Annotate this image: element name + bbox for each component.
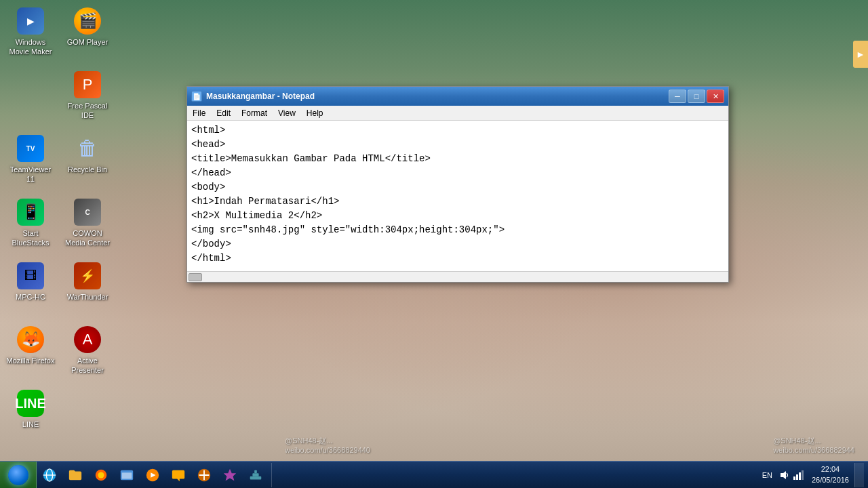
- line-label: LINE: [22, 420, 39, 429]
- scroll-thumb-h[interactable]: [189, 273, 202, 281]
- weibo-watermark-left: @SNH48-赵... weibo.com/u/3668829440: [285, 436, 370, 454]
- desktop-icon-mpchc[interactable]: 🎞 MPC-HC: [3, 258, 58, 319]
- ie-svg: [42, 468, 57, 483]
- notepad-window: 📄 Masukkangambar - Notepad ─ □ ✕ File Ed…: [186, 86, 729, 283]
- notepad-content: <html> <head> <title>Memasukkan Gambar P…: [187, 121, 728, 271]
- menu-help[interactable]: Help: [301, 107, 329, 119]
- taskbar-folder-icon[interactable]: [63, 463, 87, 487]
- explorer-svg: [119, 468, 134, 483]
- recycle-label: Recycle Bin: [68, 165, 107, 174]
- svg-rect-13: [254, 470, 257, 473]
- desktop-icon-area: Windows Movie Maker 🎬 GOM Player P Free …: [3, 3, 115, 447]
- desktop-icon-gom[interactable]: 🎬 GOM Player: [60, 3, 115, 64]
- pascal-label: Free Pascal IDE: [63, 101, 112, 121]
- desktop-icon-teamviewer[interactable]: TV TeamViewer 11: [3, 131, 58, 192]
- mpchc-icon: 🎞: [17, 262, 44, 289]
- firefox-tb-svg: [94, 468, 108, 483]
- desktop-icon-pascal[interactable]: P Free Pascal IDE: [60, 67, 115, 128]
- desktop-icon-warthunder[interactable]: ⚡ WarThunder: [60, 258, 115, 319]
- taskbar: EN 22:04 26/05/2016: [0, 461, 868, 488]
- notepad-scrollbar-h[interactable]: [187, 271, 728, 282]
- taskbar-tray: EN: [755, 470, 806, 481]
- taskbar-pinned-icons: [37, 463, 272, 487]
- svg-marker-14: [781, 471, 786, 479]
- svg-rect-16: [796, 474, 798, 480]
- star-svg: [222, 468, 237, 483]
- lang-indicator: EN: [758, 471, 776, 479]
- mpchc-label: MPC-HC: [16, 292, 45, 302]
- taskbar-explorer-icon[interactable]: [115, 463, 139, 487]
- taskbar-chat-icon[interactable]: [166, 463, 191, 487]
- cowon-icon: C: [74, 199, 101, 226]
- svg-rect-6: [122, 472, 132, 479]
- desktop-icon-line[interactable]: LINE LINE: [3, 386, 58, 447]
- warthunder-label: WarThunder: [67, 292, 108, 302]
- menu-edit[interactable]: Edit: [211, 107, 236, 119]
- svg-rect-12: [252, 473, 258, 476]
- bluestacks-label: Start BlueStacks: [6, 228, 55, 248]
- chat-svg: [171, 468, 186, 483]
- show-desktop-button[interactable]: [854, 463, 864, 487]
- desktop-icon-bluestacks[interactable]: 📱 Start BlueStacks: [3, 195, 58, 256]
- svg-point-4: [98, 472, 104, 478]
- taskbar-firefox-icon[interactable]: [89, 463, 113, 487]
- svg-rect-11: [250, 476, 262, 479]
- edge-arrow[interactable]: ►: [853, 41, 868, 68]
- start-button[interactable]: [0, 462, 37, 489]
- warthunder-icon: ⚡: [74, 262, 101, 289]
- menu-file[interactable]: File: [187, 107, 211, 119]
- desktop-icon-cowon[interactable]: C COWON Media Center: [60, 195, 115, 256]
- taskbar-clock[interactable]: 22:04 26/05/2016: [806, 464, 854, 485]
- network-svg: [248, 468, 263, 483]
- line-icon: LINE: [17, 390, 44, 417]
- network-tray-icon: [793, 470, 804, 481]
- taskbar-right: EN 22:04 26/05/2016: [755, 462, 868, 489]
- desktop-icon-activepresenter[interactable]: A Active Presenter: [60, 322, 115, 383]
- taskbar-time: 22:04: [812, 464, 849, 474]
- desktop-icon-firefox[interactable]: 🦊 Mozilla Firefox: [3, 322, 58, 383]
- activepresenter-icon: A: [74, 326, 101, 353]
- desktop: Windows Movie Maker 🎬 GOM Player P Free …: [0, 0, 868, 488]
- notepad-textarea[interactable]: <html> <head> <title>Memasukkan Gambar P…: [187, 121, 728, 271]
- minimize-button[interactable]: ─: [669, 89, 686, 103]
- taskbar-network-icon[interactable]: [243, 463, 268, 487]
- moviemaker-icon: [17, 7, 44, 35]
- desktop-icon-recycle[interactable]: 🗑 Recycle Bin: [60, 131, 115, 192]
- recycle-icon: 🗑: [74, 135, 101, 162]
- taskbar-date: 26/05/2016: [812, 475, 849, 485]
- gom-label: GOM Player: [67, 37, 108, 47]
- pascal-icon: P: [74, 71, 101, 98]
- notepad-titlebar[interactable]: 📄 Masukkangambar - Notepad ─ □ ✕: [187, 87, 728, 106]
- teamviewer-icon: TV: [17, 135, 44, 162]
- svg-marker-10: [224, 468, 236, 480]
- media-svg: [145, 468, 160, 483]
- weibo-watermark-right: @SNH48-赵... weibo.com/u/366882944: [773, 436, 854, 454]
- moviemaker-label: Windows Movie Maker: [6, 37, 55, 57]
- volume-icon: [779, 470, 790, 481]
- desktop-icon-moviemaker[interactable]: Windows Movie Maker: [3, 3, 58, 64]
- taskbar-vpn-icon[interactable]: [192, 463, 216, 487]
- folder-svg: [68, 468, 83, 483]
- teamviewer-label: TeamViewer 11: [6, 165, 55, 184]
- cowon-label: COWON Media Center: [63, 228, 112, 248]
- taskbar-star-icon[interactable]: [218, 463, 242, 487]
- close-button[interactable]: ✕: [707, 89, 724, 103]
- svg-rect-15: [793, 476, 795, 480]
- menu-view[interactable]: View: [273, 107, 301, 119]
- svg-rect-18: [802, 470, 804, 480]
- window-controls: ─ □ ✕: [669, 89, 724, 103]
- svg-rect-17: [799, 472, 801, 480]
- notepad-title-icon: 📄: [191, 91, 202, 102]
- taskbar-media-icon[interactable]: [140, 463, 165, 487]
- windows-orb-icon: [8, 465, 28, 485]
- maximize-button[interactable]: □: [688, 89, 705, 103]
- firefox-label: Mozilla Firefox: [7, 356, 55, 365]
- notepad-title-text: Masukkangambar - Notepad: [206, 92, 669, 101]
- bluestacks-icon: 📱: [17, 199, 44, 226]
- activepresenter-label: Active Presenter: [63, 356, 112, 375]
- menu-format[interactable]: Format: [236, 107, 273, 119]
- vpn-svg: [197, 468, 212, 483]
- firefox-icon: 🦊: [17, 326, 44, 353]
- gom-icon: 🎬: [74, 7, 101, 35]
- taskbar-ie-icon[interactable]: [37, 463, 62, 487]
